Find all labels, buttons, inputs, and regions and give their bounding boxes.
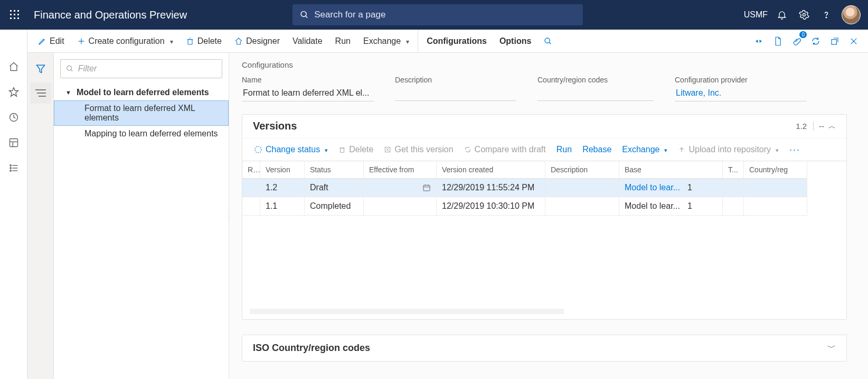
table-row[interactable]: 1.1Completed12/29/2019 10:30:10 PMModel … (242, 197, 846, 216)
field-label: Country/region codes (537, 76, 654, 84)
svg-rect-8 (17, 17, 19, 19)
table-row[interactable]: 1.2Draft12/29/2019 11:55:24 PMModel to l… (242, 179, 846, 197)
tree-filter-input[interactable] (78, 64, 216, 73)
attachments-icon[interactable]: 0 (788, 32, 806, 50)
validate-label: Validate (293, 36, 323, 46)
search-input[interactable] (314, 10, 575, 20)
col-desc[interactable]: Description (545, 161, 619, 179)
list-toggle-icon[interactable] (30, 82, 51, 104)
configurations-pivot[interactable]: Configurations (418, 30, 493, 52)
popout-icon[interactable] (826, 32, 844, 50)
calendar-icon[interactable] (364, 179, 437, 197)
config-tree-panel: ▼ Model to learn deferred elements Forma… (54, 53, 229, 379)
bell-icon[interactable] (771, 4, 793, 26)
field-provider: Configuration provider Litware, Inc. (675, 76, 807, 101)
iso-title: ISO Country/region codes (253, 343, 370, 354)
cell (744, 197, 807, 216)
col-cr[interactable]: Country/reg (744, 161, 807, 179)
col-base[interactable]: Base (619, 161, 723, 179)
svg-point-35 (10, 168, 11, 169)
search-box[interactable] (293, 4, 583, 25)
user-avatar[interactable] (842, 5, 861, 24)
doc-icon[interactable] (769, 32, 787, 50)
filter-toggle-icon[interactable] (30, 58, 51, 79)
legal-entity[interactable]: USMF (744, 10, 768, 20)
nav-rail (0, 30, 27, 379)
cell: Model to lear...1 (619, 179, 723, 197)
col-effective[interactable]: Effective from (364, 161, 437, 179)
rebase-button[interactable]: Rebase (578, 142, 616, 158)
svg-point-12 (826, 17, 827, 18)
svg-rect-0 (10, 10, 12, 12)
designer-button[interactable]: Designer (228, 30, 286, 52)
versions-header[interactable]: Versions 1.2 -- ︿ (242, 115, 846, 138)
col-r[interactable]: R... (242, 161, 260, 179)
svg-point-43 (67, 66, 72, 70)
recent-icon[interactable] (6, 110, 21, 125)
tree-filter[interactable] (60, 59, 222, 78)
field-label: Name (242, 76, 374, 84)
refresh-icon[interactable] (807, 32, 825, 50)
svg-rect-50 (423, 185, 430, 191)
svg-rect-46 (341, 148, 344, 152)
run-button[interactable]: Run (329, 30, 357, 52)
svg-point-45 (255, 146, 261, 153)
modules-icon[interactable] (6, 161, 21, 175)
cell (364, 197, 437, 216)
versions-dash: -- (819, 122, 824, 131)
svg-point-33 (10, 165, 11, 167)
iso-header[interactable]: ISO Country/region codes ﹀ (242, 335, 846, 361)
change-status-button[interactable]: Change status (250, 142, 332, 158)
svg-rect-1 (14, 10, 15, 12)
cell (242, 179, 260, 197)
col-t[interactable]: T... (723, 161, 744, 179)
edit-button[interactable]: Edit (32, 30, 71, 52)
tree-child-label: Mapping to learn deferred elements (84, 129, 218, 138)
field-value[interactable]: Format to learn deferred XML el... (242, 86, 374, 101)
exchange-button[interactable]: Exchange (357, 30, 416, 52)
more-icon[interactable]: ··· (785, 144, 805, 155)
workspaces-icon[interactable] (6, 135, 21, 150)
validate-button[interactable]: Validate (286, 30, 329, 52)
field-label: Description (395, 76, 516, 84)
grid-run-button[interactable]: Run (552, 142, 576, 158)
chevron-up-icon[interactable]: ︿ (828, 122, 836, 131)
close-icon[interactable] (845, 32, 863, 50)
col-created[interactable]: Version created (437, 161, 545, 179)
command-bar: Edit Create configuration Delete Designe… (0, 30, 868, 53)
home-icon[interactable] (6, 59, 21, 74)
tree-child-format[interactable]: Format to learn deferred XML elements (54, 100, 229, 126)
find-button[interactable] (537, 30, 559, 52)
field-value[interactable] (537, 86, 654, 101)
svg-marker-28 (9, 88, 18, 97)
tree-child-mapping[interactable]: Mapping to learn deferred elements (54, 126, 229, 142)
create-config-button[interactable]: Create configuration (71, 30, 180, 52)
svg-marker-23 (756, 40, 758, 43)
options-pivot[interactable]: Options (493, 30, 537, 52)
chevron-down-icon[interactable]: ﹀ (827, 343, 836, 354)
provider-link[interactable]: Litware, Inc. (675, 86, 807, 101)
cell: 12/29/2019 11:55:24 PM (437, 179, 545, 197)
grid-exchange-button[interactable]: Exchange (618, 142, 672, 158)
gear-icon[interactable] (793, 4, 815, 26)
cell: 1.1 (260, 197, 305, 216)
cell (545, 179, 619, 197)
favorites-icon[interactable] (6, 85, 21, 99)
header-form: Name Format to learn deferred XML el... … (242, 76, 847, 101)
personalize-icon[interactable] (750, 32, 768, 50)
versions-badge: 1.2 (796, 122, 814, 131)
svg-point-9 (301, 12, 306, 17)
horizontal-scrollbar[interactable] (250, 309, 564, 314)
svg-line-10 (306, 16, 308, 18)
svg-point-11 (803, 14, 806, 16)
tree-root[interactable]: ▼ Model to learn deferred elements (54, 85, 229, 100)
col-status[interactable]: Status (305, 161, 364, 179)
waffle-icon[interactable] (7, 7, 22, 22)
help-icon[interactable] (815, 4, 837, 26)
delete-button[interactable]: Delete (180, 30, 228, 52)
field-value[interactable] (395, 86, 516, 101)
col-version[interactable]: Version (260, 161, 305, 179)
configurations-label: Configurations (427, 36, 487, 46)
svg-rect-30 (10, 139, 17, 147)
svg-rect-7 (14, 17, 15, 19)
